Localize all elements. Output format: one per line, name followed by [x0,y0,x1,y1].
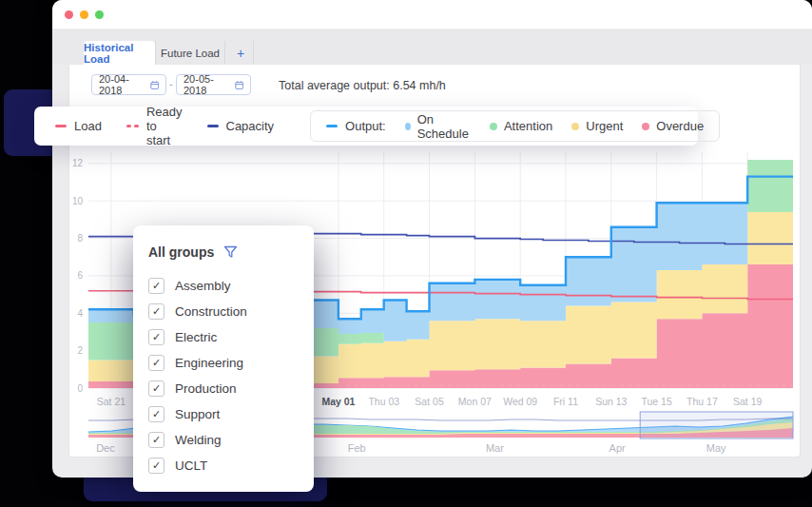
tab-future-load[interactable]: Future Load [155,41,225,65]
tab-bar: Historical Load Future Load + [52,29,812,65]
month-tick: Feb [348,442,366,454]
status-dot [571,123,579,130]
group-label: Engineering [175,356,243,370]
maximize-window-icon[interactable] [95,10,104,19]
group-row-assembly: ✓Assembly [148,273,314,299]
y-axis-tick: 8 [77,233,83,244]
month-tick: Apr [609,442,626,454]
group-checkbox-construction[interactable]: ✓ [148,303,164,320]
status-label: Urgent [586,119,623,133]
legend-output-label: Output: [345,119,386,133]
tab-historical-load[interactable]: Historical Load [84,41,155,65]
group-checkbox-assembly[interactable]: ✓ [148,278,164,294]
output-legend-group: Output: On ScheduleAttentionUrgentOverdu… [310,110,720,142]
y-axis-tick: 6 [77,270,83,281]
total-average-output: Total average output: 6.54 mh/h [279,79,446,92]
group-checkbox-list: ✓Assembly✓Construction✓Electric✓Engineer… [148,273,314,478]
date-to-input[interactable]: 20-05-2018 [176,74,251,95]
calendar-icon[interactable] [150,80,159,90]
x-axis-tick: Mon 07 [458,396,492,407]
legend-swatch [55,125,67,127]
add-tab-button[interactable]: + [228,41,254,65]
status-label: Overdue [656,119,704,133]
group-checkbox-production[interactable]: ✓ [148,380,164,397]
status-legend-items: On ScheduleAttentionUrgentOverdue [405,112,704,141]
group-row-production: ✓Production [148,376,314,401]
calendar-icon[interactable] [235,80,243,90]
group-row-support: ✓Support [148,401,314,427]
group-row-construction: ✓Construction [148,299,314,324]
group-row-uclt: ✓UCLT [148,453,314,478]
legend-swatch [207,125,219,127]
group-label: Construction [175,304,247,319]
legend-item-capacity[interactable]: Capacity [207,119,275,133]
status-item-on-schedule[interactable]: On Schedule [405,112,471,141]
date-from-input[interactable]: 20-04-2018 [91,74,166,95]
x-axis-tick: May 01 [321,396,355,407]
x-axis-tick: Sat 05 [415,396,444,407]
group-checkbox-uclt[interactable]: ✓ [148,458,164,474]
close-window-icon[interactable] [65,10,73,19]
group-label: Welding [175,433,222,447]
y-axis-tick: 4 [77,308,83,319]
group-filter-panel: All groups ✓Assembly✓Construction✓Electr… [133,225,314,492]
y-axis-tick: 0 [77,383,83,394]
group-label: UCLT [175,458,207,473]
status-label: On Schedule [417,112,471,141]
y-axis-tick: 2 [77,345,83,356]
month-tick: Mar [486,442,504,454]
group-checkbox-support[interactable]: ✓ [148,406,164,422]
legend-items: LoadReady to startCapacity [55,105,299,147]
legend-label: Load [74,119,102,133]
group-row-engineering: ✓Engineering [148,350,314,376]
y-axis-tick: 10 [72,196,84,206]
group-label: Support [175,407,220,421]
legend-card: LoadReady to startCapacity Output: On Sc… [34,107,698,146]
status-item-urgent[interactable]: Urgent [571,119,623,133]
group-row-electric: ✓Electric [148,324,314,350]
legend-item-ready-to-start[interactable]: Ready to start [126,105,183,147]
group-label: Production [175,381,237,396]
month-tick: Dec [96,442,115,454]
output-line-swatch [326,125,338,127]
month-tick: May [706,442,726,454]
x-axis-tick: Fri 11 [553,396,578,407]
filter-panel-title: All groups [148,244,214,260]
status-item-attention[interactable]: Attention [490,119,552,133]
group-checkbox-welding[interactable]: ✓ [148,432,164,448]
legend-item-output[interactable]: Output: [326,119,386,133]
legend-label: Ready to start [146,105,183,147]
date-from-value: 20-04-2018 [99,73,145,96]
x-axis-tick: Sat 19 [733,396,763,407]
x-axis-tick: Sat 21 [97,396,126,407]
date-to-value: 20-05-2018 [184,73,230,96]
minimize-window-icon[interactable] [80,10,88,19]
group-checkbox-electric[interactable]: ✓ [148,329,164,345]
status-dot [490,123,497,130]
status-dot [405,123,411,130]
x-axis-tick: Wed 09 [503,396,537,407]
funnel-filter-icon[interactable] [223,245,238,259]
x-axis-tick: Thu 17 [686,396,718,407]
x-axis-tick: Thu 03 [368,396,399,407]
legend-label: Capacity [226,119,275,133]
composition-stage: Historical Load Future Load + 20-04-2018… [0,0,812,507]
group-checkbox-engineering[interactable]: ✓ [148,355,164,371]
legend-item-load[interactable]: Load [55,119,102,133]
group-label: Assembly [175,279,231,293]
group-label: Electric [175,330,217,344]
date-range-separator: - [169,78,173,89]
status-dot [642,123,649,130]
status-item-overdue[interactable]: Overdue [642,119,704,133]
y-axis-tick: 12 [72,158,84,168]
x-axis-tick: Sun 13 [595,396,627,407]
filter-title-row: All groups [148,244,314,260]
x-axis-tick: Tue 15 [641,396,671,407]
status-label: Attention [504,119,552,133]
timeline-brush[interactable] [640,412,793,439]
legend-swatch [126,125,139,127]
group-row-welding: ✓Welding [148,427,314,453]
window-titlebar [52,0,812,29]
